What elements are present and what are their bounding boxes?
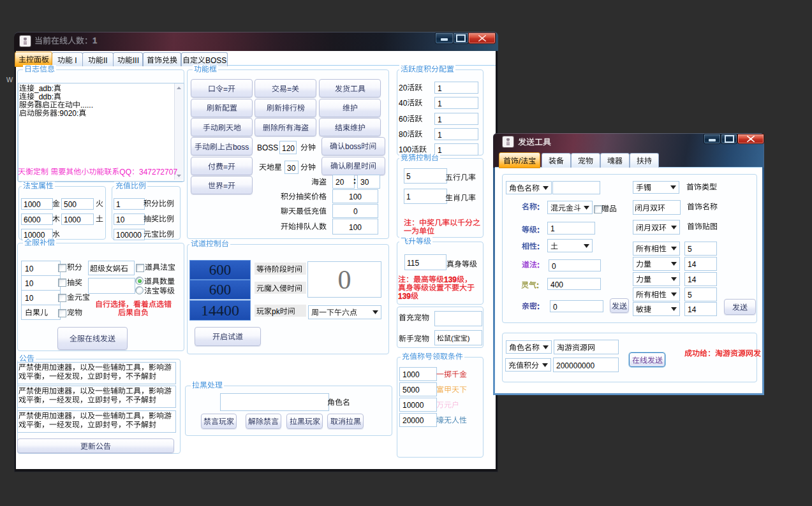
svg-text:10: 10 [25, 264, 34, 273]
svg-text:boss: boss [345, 142, 361, 151]
svg-text:400: 400 [550, 280, 563, 289]
svg-text:120: 120 [282, 143, 295, 152]
svg-text:100: 100 [399, 145, 411, 154]
svg-text:1000: 1000 [24, 200, 41, 209]
svg-text:BOSS: BOSS [257, 143, 278, 152]
svg-text:1000: 1000 [64, 215, 81, 224]
svg-text:5: 5 [406, 172, 411, 181]
svg-text:_ddb:: _ddb: [34, 92, 54, 101]
svg-text::: : [537, 302, 540, 311]
svg-text:20: 20 [336, 178, 344, 187]
svg-text:6000: 6000 [24, 215, 41, 224]
svg-text:=: = [287, 84, 292, 93]
svg-text::9020:: :9020: [57, 109, 78, 118]
svg-text::: : [537, 203, 540, 212]
svg-text:1: 1 [438, 130, 442, 139]
svg-text:......: ...... [80, 101, 93, 110]
svg-text:1: 1 [406, 192, 411, 201]
svg-text:boss: boss [233, 142, 249, 151]
svg-text:10: 10 [116, 215, 125, 224]
svg-text:30: 30 [360, 178, 369, 187]
svg-text:II: II [103, 55, 108, 64]
svg-text:100: 100 [349, 222, 362, 231]
svg-text:5000: 5000 [402, 386, 420, 394]
svg-text:pk: pk [272, 307, 281, 315]
svg-text:1: 1 [92, 36, 97, 45]
svg-text:139: 139 [444, 275, 457, 284]
svg-text:=: = [223, 84, 228, 93]
svg-text:0: 0 [552, 261, 556, 270]
svg-text:14: 14 [688, 305, 697, 314]
svg-text:40: 40 [399, 99, 408, 108]
svg-text:60: 60 [399, 115, 408, 124]
svg-text::: : [353, 177, 356, 185]
svg-text:139: 139 [398, 292, 411, 301]
svg-text:10000: 10000 [402, 401, 424, 410]
svg-text:BOSS: BOSS [205, 55, 226, 64]
svg-text:III: III [133, 55, 139, 64]
svg-text:347272707: 347272707 [139, 168, 177, 177]
svg-text:500: 500 [64, 200, 77, 209]
svg-text:20: 20 [399, 83, 408, 92]
svg-text:0: 0 [553, 302, 557, 311]
svg-text:115: 115 [407, 258, 419, 267]
svg-text:): ) [468, 334, 470, 342]
svg-text::: : [537, 261, 540, 270]
svg-text:100: 100 [349, 192, 362, 201]
svg-text:5: 5 [688, 291, 692, 300]
svg-text:200000000: 200000000 [556, 361, 594, 370]
svg-text::: : [537, 226, 540, 235]
svg-text:14: 14 [688, 275, 697, 284]
svg-text:10: 10 [25, 279, 34, 288]
svg-text::: : [536, 281, 539, 290]
svg-text:1: 1 [116, 200, 121, 209]
svg-text:5: 5 [688, 245, 692, 254]
svg-text:1: 1 [438, 115, 442, 124]
svg-text:/: / [519, 156, 521, 165]
svg-text:80: 80 [399, 130, 408, 139]
svg-text:w: w [6, 74, 13, 84]
svg-text:14: 14 [688, 260, 697, 269]
svg-text:30: 30 [287, 163, 296, 172]
svg-text::: : [537, 242, 540, 251]
svg-text:=: = [223, 162, 228, 171]
svg-text:1: 1 [438, 99, 442, 108]
svg-text:10: 10 [25, 294, 34, 303]
svg-text:0: 0 [353, 207, 358, 216]
svg-text:100000: 100000 [116, 231, 142, 240]
svg-text:1: 1 [438, 83, 442, 92]
svg-text:(: ( [451, 334, 454, 342]
svg-text:1000: 1000 [402, 370, 420, 379]
svg-text:1: 1 [438, 145, 442, 154]
svg-text:1: 1 [550, 224, 555, 233]
svg-text:I: I [73, 55, 77, 64]
svg-text:=: = [223, 181, 228, 190]
svg-text:_adb:: _adb: [34, 84, 54, 93]
svg-text:20000: 20000 [402, 416, 424, 425]
svg-text:QQ: QQ [119, 168, 131, 177]
